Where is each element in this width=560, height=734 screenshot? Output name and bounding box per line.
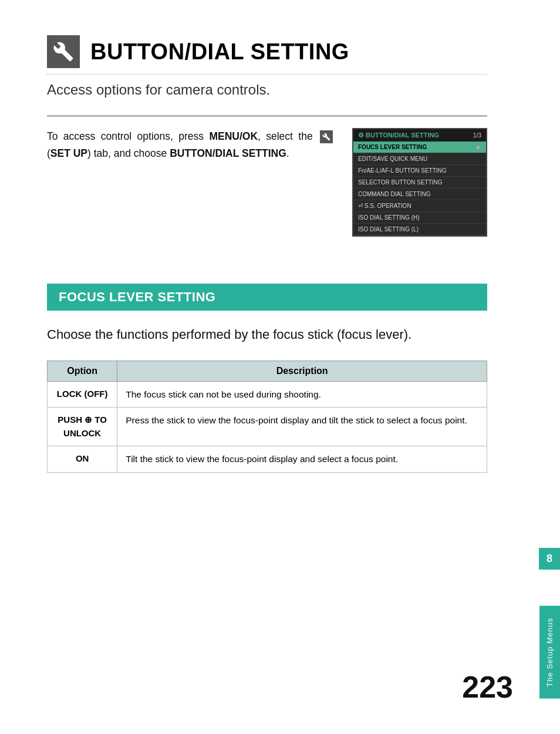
menu-item-8: ISO DIAL SETTING (L): [353, 224, 486, 235]
option-on: ON: [48, 446, 117, 472]
menu-item-4-label: SELECTOR BUTTON SETTING: [358, 179, 443, 186]
dotted-divider: [47, 74, 487, 75]
menu-item-1: FOUCS LEVER SETTING ▶: [353, 142, 486, 153]
menu-item-1-label: FOUCS LEVER SETTING: [358, 144, 427, 150]
menu-item-6: ⏎ S.S. OPERATION: [353, 200, 486, 212]
col-option: Option: [48, 361, 117, 382]
subtitle: Access options for camera controls.: [47, 82, 487, 98]
table-row-3: ON Tilt the stick to view the focus-poin…: [48, 446, 487, 472]
page-title: BUTTON/DIAL SETTING: [90, 39, 349, 65]
body-area: To access control options, press MENU/OK…: [47, 128, 487, 237]
sidebar-chapter-number: 8: [539, 548, 560, 570]
intro-part3: (SET UP) tab, and choose BUTTON/DIAL SET…: [47, 147, 289, 159]
menu-item-3-label: Fn/AE-L/AF-L BUTTON SETTING: [358, 167, 447, 174]
menu-ok-label: MENU/OK: [209, 130, 258, 142]
menu-page-number: 1/3: [473, 132, 481, 139]
solid-divider: [47, 116, 487, 116]
menu-item-2: EDIT/SAVE QUICK MENU: [353, 153, 486, 165]
menu-item-7: ISO DIAL SETTING (H): [353, 212, 486, 224]
intro-part2: , select the: [258, 130, 318, 142]
focus-lever-heading: FOCUS LEVER SETTING: [47, 284, 487, 311]
focus-lever-description: Choose the functions performed by the fo…: [47, 325, 487, 344]
table-header-row: Option Description: [48, 361, 487, 382]
menu-header-icon: ⚙ BUTTON/DIAL SETTING: [358, 132, 439, 139]
menu-item-2-label: EDIT/SAVE QUICK MENU: [358, 156, 427, 162]
menu-item-3: Fn/AE-L/AF-L BUTTON SETTING: [353, 165, 486, 177]
menu-header-title: BUTTON/DIAL SETTING: [366, 132, 439, 139]
menu-item-5-label: COMMAND DIAL SETTING: [358, 191, 431, 197]
desc-lock: The focus stick can not be used during s…: [117, 382, 487, 408]
intro-part1: To access control options, press: [47, 130, 209, 142]
table-row-2: PUSH ⊕ TOUNLOCK Press the stick to view …: [48, 408, 487, 446]
desc-push: Press the stick to view the focus-point …: [117, 408, 487, 446]
menu-arrow-1: ▶: [477, 144, 481, 150]
option-push: PUSH ⊕ TOUNLOCK: [48, 408, 117, 446]
option-lock: LOCK (OFF): [48, 382, 117, 408]
menu-item-5: COMMAND DIAL SETTING: [353, 188, 486, 200]
menu-item-8-label: ISO DIAL SETTING (L): [358, 226, 419, 233]
setup-icon: [320, 130, 333, 143]
col-description: Description: [117, 361, 487, 382]
menu-item-6-label: ⏎ S.S. OPERATION: [358, 203, 411, 209]
camera-menu-screenshot: ⚙ BUTTON/DIAL SETTING 1/3 FOUCS LEVER SE…: [352, 128, 487, 237]
page-header: BUTTON/DIAL SETTING: [47, 35, 487, 68]
menu-item-7-label: ISO DIAL SETTING (H): [358, 214, 420, 221]
focus-lever-section: FOCUS LEVER SETTING Choose the functions…: [47, 284, 487, 473]
sidebar-tab-label: The Setup Menus: [539, 606, 560, 699]
table-row-1: LOCK (OFF) The focus stick can not be us…: [48, 382, 487, 408]
menu-header: ⚙ BUTTON/DIAL SETTING 1/3: [353, 129, 486, 142]
sidebar: The Setup Menus 8: [539, 0, 560, 734]
intro-text: To access control options, press MENU/OK…: [47, 128, 335, 162]
page-number: 223: [462, 669, 513, 705]
menu-item-4: SELECTOR BUTTON SETTING: [353, 177, 486, 188]
desc-on: Tilt the stick to view the focus-point d…: [117, 446, 487, 472]
wrench-icon: [47, 35, 80, 68]
option-table: Option Description LOCK (OFF) The focus …: [47, 361, 487, 473]
